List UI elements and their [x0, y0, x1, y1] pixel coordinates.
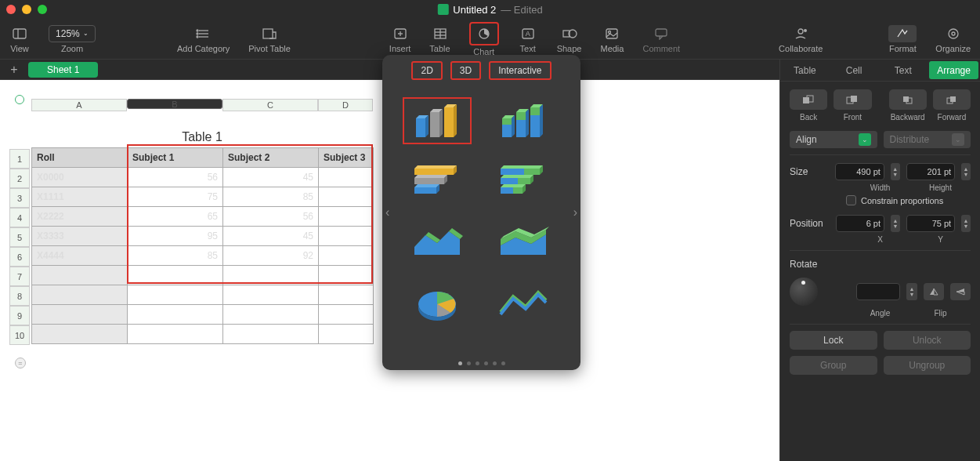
chart-thumb-bar-3d-stacked[interactable]: [489, 97, 558, 144]
height-input[interactable]: 201 pt: [906, 163, 955, 180]
col-header-b[interactable]: B: [127, 99, 222, 109]
add-category-button[interactable]: [193, 25, 214, 42]
cell-subject2[interactable]: 45: [223, 227, 319, 246]
unlock-button[interactable]: Unlock: [884, 331, 971, 350]
angle-input[interactable]: [856, 283, 900, 300]
cell-subject3[interactable]: [319, 227, 374, 246]
insert-button[interactable]: [390, 25, 410, 42]
format-button[interactable]: [888, 25, 917, 42]
minimize-window[interactable]: [22, 5, 31, 14]
header-subject1[interactable]: Subject 1: [128, 148, 223, 168]
cell-empty[interactable]: [32, 285, 128, 305]
pivot-button[interactable]: [259, 25, 280, 42]
cell-empty[interactable]: [32, 325, 128, 344]
row-header-4[interactable]: 4: [9, 208, 30, 227]
cell-empty[interactable]: [32, 305, 128, 325]
cell-subject1[interactable]: 56: [128, 168, 223, 187]
cell-empty[interactable]: [128, 285, 223, 305]
x-stepper[interactable]: ▲▼: [891, 215, 900, 232]
text-button[interactable]: A: [518, 25, 538, 42]
row-header-1[interactable]: 1: [9, 149, 30, 169]
lock-button[interactable]: Lock: [790, 331, 877, 350]
zoom-dropdown[interactable]: 125%⌄: [49, 25, 96, 42]
col-header-d[interactable]: D: [318, 99, 373, 111]
cell-roll[interactable]: X2222: [32, 207, 128, 227]
add-sheet-button[interactable]: +: [6, 62, 22, 78]
shape-button[interactable]: [559, 25, 580, 42]
cell-empty[interactable]: [32, 266, 128, 285]
sheet-tab-1[interactable]: Sheet 1: [28, 62, 98, 78]
cell-subject2[interactable]: 56: [223, 207, 319, 227]
cell-empty[interactable]: [128, 325, 223, 344]
y-input[interactable]: 75 pt: [906, 215, 955, 232]
chart-button[interactable]: [474, 25, 494, 42]
page-dot-1[interactable]: [458, 361, 462, 365]
chart-tab-2d[interactable]: 2D: [411, 61, 442, 80]
side-tab-cell[interactable]: Cell: [830, 60, 879, 81]
table-top-handle[interactable]: [15, 95, 24, 104]
cell-empty[interactable]: [223, 325, 319, 344]
row-header-8[interactable]: 8: [9, 286, 30, 306]
chart-tab-interactive[interactable]: Interactive: [489, 61, 551, 80]
chart-next-arrow[interactable]: ›: [573, 205, 577, 220]
cell-roll[interactable]: X1111: [32, 187, 128, 207]
cell-subject3[interactable]: [319, 207, 374, 227]
chart-tab-3d[interactable]: 3D: [450, 61, 481, 80]
chart-thumb-area-3d-stacked[interactable]: [489, 220, 558, 267]
page-dot-5[interactable]: [493, 361, 497, 365]
height-stepper[interactable]: ▲▼: [961, 163, 971, 180]
comment-button[interactable]: [651, 25, 671, 42]
cell-subject2[interactable]: 45: [223, 168, 319, 187]
width-input[interactable]: 490 pt: [835, 163, 884, 180]
header-subject3[interactable]: Subject 3: [319, 148, 374, 168]
cell-subject1[interactable]: 85: [128, 246, 223, 266]
cell-subject3[interactable]: [319, 246, 374, 266]
group-button[interactable]: Group: [790, 356, 877, 375]
side-tab-arrange[interactable]: Arrange: [929, 61, 978, 79]
cell-subject2[interactable]: 85: [223, 187, 319, 207]
col-header-c[interactable]: C: [222, 99, 318, 111]
table-button[interactable]: [430, 25, 450, 42]
header-roll[interactable]: Roll: [32, 148, 128, 168]
cell-empty[interactable]: [319, 266, 374, 285]
align-dropdown[interactable]: Align⌄: [790, 131, 877, 148]
page-dot-3[interactable]: [476, 361, 479, 365]
cell-empty[interactable]: [128, 266, 223, 285]
cell-roll[interactable]: X0000: [32, 168, 128, 187]
angle-stepper[interactable]: ▲▼: [906, 283, 917, 300]
page-dot-2[interactable]: [467, 361, 471, 365]
cell-subject3[interactable]: [319, 187, 374, 207]
row-header-5[interactable]: 5: [9, 227, 30, 247]
flip-vertical-button[interactable]: [950, 283, 971, 300]
backward-button[interactable]: [889, 89, 927, 110]
chart-thumb-bar-3d-horizontal[interactable]: [403, 158, 472, 205]
cell-subject1[interactable]: 75: [128, 187, 223, 207]
page-dot-4[interactable]: [484, 361, 488, 365]
cell-empty[interactable]: [319, 285, 374, 305]
cell-empty[interactable]: [319, 325, 374, 344]
cell-empty[interactable]: [128, 305, 223, 325]
width-stepper[interactable]: ▲▼: [891, 163, 900, 180]
media-button[interactable]: [602, 25, 622, 42]
cell-empty[interactable]: [319, 305, 374, 325]
header-subject2[interactable]: Subject 2: [223, 148, 319, 168]
row-header-10[interactable]: 10: [9, 325, 30, 345]
chart-thumb-pie-3d[interactable]: [403, 281, 472, 328]
chart-thumb-bar-3d-vertical[interactable]: [403, 97, 472, 144]
cell-subject1[interactable]: 95: [128, 227, 223, 246]
table-title[interactable]: Table 1: [31, 127, 373, 147]
ungroup-button[interactable]: Ungroup: [884, 356, 971, 375]
cell-roll[interactable]: X3333: [32, 227, 128, 246]
cell-empty[interactable]: [223, 266, 319, 285]
row-header-7[interactable]: 7: [9, 267, 30, 286]
cell-empty[interactable]: [223, 285, 319, 305]
organize-button[interactable]: [943, 25, 964, 42]
flip-horizontal-button[interactable]: [924, 283, 944, 300]
forward-button[interactable]: [933, 89, 971, 110]
angle-dial[interactable]: [790, 278, 818, 306]
data-table[interactable]: Roll Subject 1 Subject 2 Subject 3 X0000…: [31, 147, 374, 344]
side-tab-table[interactable]: Table: [780, 60, 830, 81]
x-input[interactable]: 6 pt: [836, 215, 884, 232]
close-window[interactable]: [6, 5, 16, 14]
cell-subject1[interactable]: 65: [128, 207, 223, 227]
